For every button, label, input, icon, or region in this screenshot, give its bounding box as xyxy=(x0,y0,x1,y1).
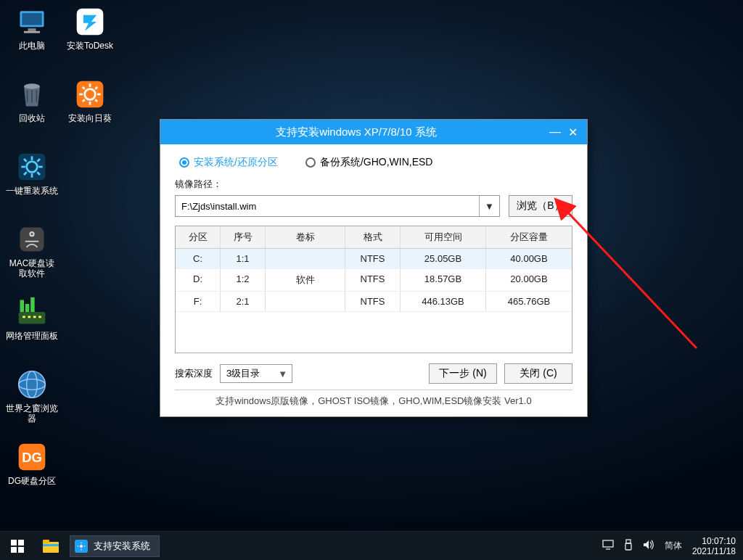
minimize-button[interactable]: — xyxy=(546,125,564,139)
image-path-value: F:\Zjds\install.wim xyxy=(181,201,256,212)
desktop-icon-network[interactable]: 网络管理面板 xyxy=(6,296,58,353)
cell-size: 20.00GB xyxy=(486,269,572,291)
cell-format: NTFS xyxy=(345,269,401,291)
net-icon xyxy=(16,296,48,328)
svg-line-44 xyxy=(95,99,97,102)
svg-point-4 xyxy=(24,83,40,88)
gear-icon xyxy=(16,151,48,183)
table-row[interactable]: C:1:1NTFS25.05GB40.00GB xyxy=(176,249,572,269)
cell-size: 40.00GB xyxy=(486,249,572,268)
radio-backup-label: 备份系统/GHO,WIN,ESD xyxy=(320,156,433,169)
taskbar-explorer-icon[interactable] xyxy=(35,532,67,560)
radio-dot-icon xyxy=(179,157,189,168)
desktop-icon-dg[interactable]: DGDG硬盘分区 xyxy=(6,441,58,498)
desktop-icon-browser[interactable]: 世界之窗浏览器 xyxy=(6,368,58,425)
desktop-icon-label: 网络管理面板 xyxy=(6,331,58,341)
chevron-down-icon: ▼ xyxy=(479,196,499,216)
cell-partition: C: xyxy=(176,249,221,268)
titlebar[interactable]: 支持安装windows XP/7/8/10 系统 — ✕ xyxy=(160,120,587,144)
col-index: 序号 xyxy=(221,226,266,248)
depth-value: 3级目录 xyxy=(226,367,260,380)
svg-rect-53 xyxy=(43,540,49,543)
svg-rect-7 xyxy=(36,91,38,103)
svg-rect-23 xyxy=(20,300,25,313)
svg-rect-24 xyxy=(25,304,30,312)
svg-point-55 xyxy=(80,545,83,548)
globe-icon xyxy=(16,368,48,400)
next-button[interactable]: 下一步 (N) xyxy=(429,363,497,384)
svg-rect-54 xyxy=(43,544,59,546)
svg-rect-63 xyxy=(625,543,631,550)
cell-size: 465.76GB xyxy=(486,292,572,311)
cell-format: NTFS xyxy=(345,249,401,268)
tray-ime[interactable]: 简体 xyxy=(665,540,682,552)
desktop-icon-todesk[interactable]: 安装ToDesk xyxy=(64,6,116,62)
bin-icon xyxy=(16,78,48,110)
svg-rect-62 xyxy=(626,540,631,543)
svg-rect-2 xyxy=(28,28,36,31)
tray-volume-icon[interactable] xyxy=(643,540,654,552)
clock-time: 10:07:10 xyxy=(692,536,736,546)
cell-label xyxy=(266,292,345,311)
col-size: 分区容量 xyxy=(486,226,572,248)
desktop-icon-label: 一键重装系统 xyxy=(6,186,58,196)
svg-rect-28 xyxy=(33,316,36,318)
drive-icon xyxy=(16,223,48,255)
clock-date: 2021/11/18 xyxy=(692,546,736,556)
desktop-icons-col2: 安装ToDesk安装向日葵 xyxy=(64,6,116,151)
depth-label: 搜索深度 xyxy=(175,367,213,380)
desktop-icon-sunflower[interactable]: 安装向日葵 xyxy=(64,78,116,135)
svg-rect-21 xyxy=(25,241,38,242)
installer-window: 支持安装windows XP/7/8/10 系统 — ✕ 安装系统/还原分区 备… xyxy=(160,119,588,417)
svg-line-45 xyxy=(95,87,97,89)
image-path-select[interactable]: F:\Zjds\install.wim ▼ xyxy=(175,195,500,217)
svg-rect-49 xyxy=(18,540,24,545)
svg-rect-5 xyxy=(27,91,28,103)
svg-line-46 xyxy=(83,99,85,102)
col-free: 可用空间 xyxy=(401,226,486,248)
tray-usb-icon[interactable] xyxy=(624,539,633,553)
window-body: 安装系统/还原分区 备份系统/GHO,WIN,ESD 镜像路径： F:\Zjds… xyxy=(160,144,587,416)
desktop-icon-macdisk[interactable]: MAC硬盘读取软件 xyxy=(6,223,58,280)
cell-index: 2:1 xyxy=(221,292,266,311)
col-label: 卷标 xyxy=(266,226,345,248)
td-icon xyxy=(74,6,106,38)
table-row[interactable]: D:1:2软件NTFS18.57GB20.00GB xyxy=(176,269,572,292)
svg-rect-25 xyxy=(30,297,35,312)
table-header: 分区 序号 卷标 格式 可用空间 分区容量 xyxy=(176,226,572,249)
radio-install[interactable]: 安装系统/还原分区 xyxy=(179,156,278,169)
table-row[interactable]: F:2:1NTFS446.13GB465.76GB xyxy=(176,292,572,312)
window-title: 支持安装windows XP/7/8/10 系统 xyxy=(166,125,546,139)
radio-backup[interactable]: 备份系统/GHO,WIN,ESD xyxy=(305,156,433,169)
footer-note: 支持windows原版镜像，GHOST ISO镜像，GHO,WIM,ESD镜像安… xyxy=(175,390,572,411)
tray-display-icon[interactable] xyxy=(602,540,614,552)
desktop-icon-label: 回收站 xyxy=(19,113,45,123)
cell-label xyxy=(266,249,345,268)
sun-icon xyxy=(74,78,106,110)
taskbar-app-installer[interactable]: 支持安装系统 xyxy=(70,535,160,557)
close-window-button[interactable]: ✕ xyxy=(564,125,581,139)
svg-rect-18 xyxy=(20,228,44,252)
svg-rect-29 xyxy=(38,316,41,318)
pc-icon xyxy=(16,6,48,38)
desktop-icon-label: MAC硬盘读取软件 xyxy=(6,258,58,279)
cell-free: 18.57GB xyxy=(401,269,486,291)
tray-clock[interactable]: 10:07:10 2021/11/18 xyxy=(692,536,736,556)
chevron-down-icon: ▼ xyxy=(278,368,287,379)
start-button[interactable] xyxy=(0,532,35,560)
svg-rect-51 xyxy=(18,547,24,553)
browse-button[interactable]: 浏览（B） xyxy=(509,195,572,217)
svg-line-43 xyxy=(83,87,85,89)
svg-rect-6 xyxy=(31,91,33,103)
cell-partition: F: xyxy=(176,292,221,311)
close-button[interactable]: 关闭 (C) xyxy=(504,363,572,384)
desktop-icon-label: 此电脑 xyxy=(19,41,45,51)
desktop-icon-reinstall[interactable]: 一键重装系统 xyxy=(6,151,58,207)
radio-install-label: 安装系统/还原分区 xyxy=(194,156,278,169)
system-tray: 简体 10:07:10 2021/11/18 xyxy=(602,532,743,560)
depth-select[interactable]: 3级目录 ▼ xyxy=(220,364,292,383)
desktop-icon-thispc[interactable]: 此电脑 xyxy=(6,6,58,62)
desktop-icon-recycle[interactable]: 回收站 xyxy=(6,78,58,135)
cell-free: 25.05GB xyxy=(401,249,486,268)
cell-free: 446.13GB xyxy=(401,292,486,311)
